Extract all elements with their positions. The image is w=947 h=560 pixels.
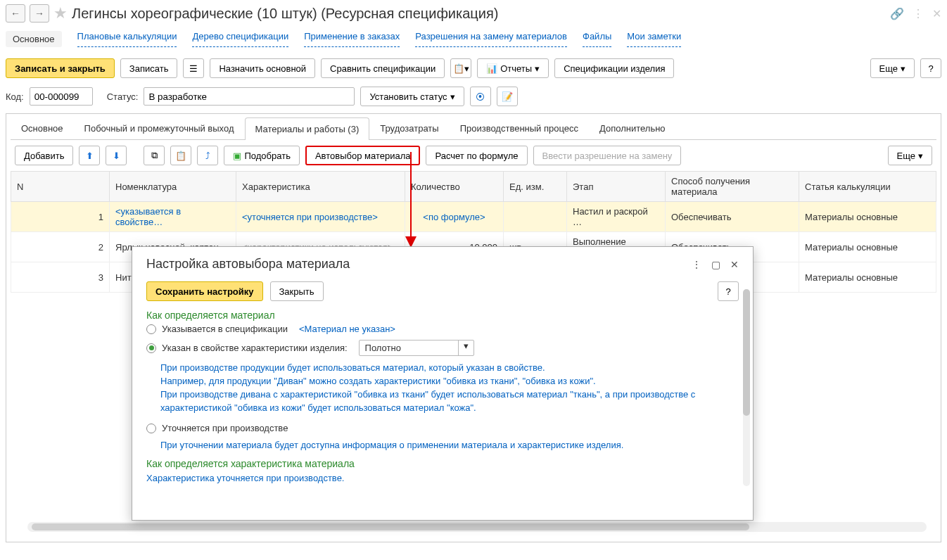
popup-close-button[interactable]: Закрыть [270, 281, 324, 301]
copy-row-button[interactable]: ⧉ [144, 146, 165, 165]
code-field[interactable] [30, 87, 93, 106]
share-button[interactable]: ⤴ [197, 146, 218, 165]
col-stage: Этап [567, 172, 666, 202]
radio-from-property-label: Указан в свойстве характеристики изделия… [162, 343, 348, 353]
tab-extra[interactable]: Дополнительно [589, 117, 676, 139]
favorite-star-icon[interactable]: ★ [53, 4, 68, 23]
col-method: Способ получения материала [666, 172, 799, 202]
popup-title: Настройка автовыбора материала [146, 257, 350, 272]
help-button[interactable]: ? [920, 58, 941, 78]
property-select[interactable]: Полотно▾ [359, 340, 474, 356]
hint-production: При уточнении материала будет доступна и… [160, 436, 709, 458]
link-icon[interactable]: 🔗 [890, 7, 904, 20]
col-article: Статья калькуляции [799, 172, 936, 202]
add-button[interactable]: Добавить [15, 146, 73, 165]
nav-main[interactable]: Основное [6, 31, 62, 47]
status-field[interactable] [144, 87, 355, 106]
grid-more-button[interactable]: Еще ▾ [888, 146, 932, 165]
product-spec-button[interactable]: Спецификации изделия [554, 58, 674, 78]
tab-byproduct[interactable]: Побочный и промежуточный выход [74, 117, 245, 139]
hint-property: При производстве продукции будет использ… [160, 359, 709, 420]
nav-tree[interactable]: Дерево спецификации [192, 31, 288, 47]
formula-calc-button[interactable]: Расчет по формуле [426, 146, 527, 165]
section-characteristic: Как определяется характеристика материал… [146, 458, 739, 469]
auto-select-material-button[interactable]: Автовыбор материала [305, 146, 421, 165]
set-main-button[interactable]: Назначить основной [210, 58, 315, 78]
nav-forward-button[interactable]: → [30, 4, 49, 23]
radio-in-spec-label: Указывается в спецификации [162, 324, 288, 334]
horizontal-scrollbar[interactable] [27, 522, 927, 532]
radio-in-spec[interactable] [146, 324, 156, 334]
kebab-menu-icon[interactable]: ⋮ [913, 7, 924, 20]
barcode-icon-button[interactable]: ⦿ [470, 87, 491, 106]
move-up-button[interactable]: ⬆ [79, 146, 100, 165]
nav-back-button[interactable]: ← [6, 4, 25, 23]
close-icon[interactable]: ✕ [932, 7, 941, 20]
save-close-button[interactable]: Записать и закрыть [6, 58, 115, 78]
table-row[interactable]: 1 <указывается в свойстве… <уточняется п… [11, 202, 936, 232]
popup-kebab-icon[interactable]: ⋮ [692, 259, 701, 270]
reports-button[interactable]: 📊 Отчеты ▾ [477, 58, 549, 78]
tab-materials[interactable]: Материалы и работы (3) [245, 117, 370, 140]
col-char: Характеристика [236, 172, 405, 202]
nav-plan[interactable]: Плановые калькуляции [77, 31, 177, 47]
col-n: N [11, 172, 110, 202]
window-title: Легинсы хореографические (10 штук) (Ресу… [72, 6, 498, 22]
save-button[interactable]: Записать [120, 58, 178, 78]
col-qty: Количество [405, 172, 504, 202]
move-down-button[interactable]: ⬇ [106, 146, 127, 165]
compare-button[interactable]: Сравнить спецификации [321, 58, 445, 78]
popup-vertical-scrollbar[interactable] [743, 289, 750, 486]
more-button[interactable]: Еще ▾ [870, 58, 915, 78]
popup-maximize-icon[interactable]: ▢ [711, 259, 720, 270]
popup-save-button[interactable]: Сохранить настройку [146, 281, 263, 301]
tab-process[interactable]: Производственный процесс [450, 117, 589, 139]
material-not-set-link[interactable]: <Материал не указан> [299, 324, 395, 334]
tab-labor[interactable]: Трудозатраты [369, 117, 449, 139]
copy-spec-button[interactable]: 📋▾ [450, 58, 471, 78]
list-icon-button[interactable]: ☰ [183, 58, 204, 78]
enter-permission-button: Ввести разрешение на замену [533, 146, 682, 165]
edit-status-icon-button[interactable]: 📝 [497, 87, 518, 106]
col-unit: Ед. изм. [504, 172, 567, 202]
radio-at-production-label: Уточняется при производстве [162, 423, 288, 433]
status-label: Статус: [107, 91, 139, 102]
nav-orders[interactable]: Применение в заказах [304, 31, 400, 47]
nav-perm[interactable]: Разрешения на замену материалов [415, 31, 567, 47]
col-nom: Номенклатура [110, 172, 236, 202]
popup-help-button[interactable]: ? [718, 281, 739, 301]
radio-at-production[interactable] [146, 424, 156, 433]
nav-files[interactable]: Файлы [583, 31, 611, 47]
pick-button[interactable]: ▣ Подобрать [224, 146, 299, 165]
code-label: Код: [6, 91, 24, 102]
popup-close-icon[interactable]: ✕ [730, 259, 739, 270]
paste-row-button[interactable]: 📋 [170, 146, 191, 165]
tab-main[interactable]: Основное [11, 117, 74, 139]
auto-select-material-popup: Настройка автовыбора материала ⋮ ▢ ✕ Сох… [132, 246, 754, 521]
hint-characteristic: Характеристика уточняется при производст… [146, 469, 695, 491]
radio-from-property[interactable] [146, 343, 156, 353]
section-material: Как определяется материал [146, 310, 739, 321]
set-status-button[interactable]: Установить статус ▾ [360, 87, 464, 106]
nav-notes[interactable]: Мои заметки [627, 31, 681, 47]
